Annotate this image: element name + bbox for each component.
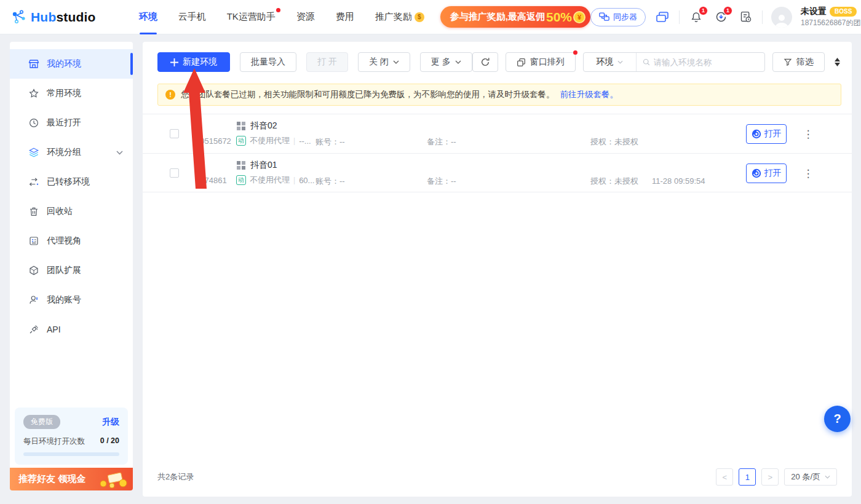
- environment-name[interactable]: 抖音02: [250, 120, 277, 132]
- sidebar-item-environment-groups[interactable]: 环境分组: [10, 138, 133, 167]
- page-number-button[interactable]: 1: [739, 468, 756, 486]
- active-indicator: [130, 53, 133, 75]
- prev-page-button[interactable]: <: [716, 468, 733, 486]
- open-environment-button[interactable]: 打开: [746, 163, 787, 183]
- chevron-down-icon: [116, 151, 123, 155]
- close-dropdown-button[interactable]: 关 闭: [358, 52, 410, 72]
- updates-button[interactable]: 1: [713, 9, 729, 25]
- sidebar-item-recently-opened[interactable]: 最近打开: [10, 108, 133, 138]
- history-log-button[interactable]: [737, 9, 753, 25]
- quota-label: 每日环境打开次数: [23, 436, 85, 447]
- auth-cell: 授权：未授权: [590, 136, 652, 148]
- coin-icon: ¥: [573, 11, 585, 23]
- more-dropdown-button[interactable]: 更 多: [420, 52, 472, 72]
- main-content: 新建环境 批量导入 打 开 关 闭 更 多: [143, 42, 852, 497]
- upgrade-link[interactable]: 升级: [102, 417, 119, 428]
- sidebar-item-my-account[interactable]: 我的账号: [10, 285, 133, 315]
- sidebar-item-api[interactable]: API: [10, 315, 133, 344]
- table-row: 9174861 抖音01 动 不使用代理 | 60... 账号：-- 备注：--…: [143, 153, 852, 192]
- trash-icon: [28, 206, 39, 217]
- sidebar-item-transferred-environments[interactable]: 已转移环境: [10, 167, 133, 197]
- user-name: 未设置: [801, 6, 827, 17]
- environment-list: 00515672 抖音02 动 不使用代理 | --... 账号：-- 备注：-…: [143, 114, 852, 192]
- promo-banner[interactable]: 参与推广奖励,最高返佣 50% ¥: [440, 6, 590, 28]
- next-page-button[interactable]: >: [761, 468, 779, 486]
- search-icon: [643, 58, 650, 66]
- divider: [762, 10, 763, 24]
- main-nav: 环境 云手机 TK运营助手 资源 费用 推广奖励$: [139, 0, 424, 34]
- user-info[interactable]: 未设置 BOSS 18715626867的团队: [801, 6, 861, 28]
- chevron-down-icon: [393, 60, 399, 64]
- sidebar-item-proxy-view[interactable]: 代理视角: [10, 226, 133, 256]
- new-environment-button[interactable]: 新建环境: [157, 52, 230, 72]
- layers-icon: [28, 147, 39, 158]
- nav-tab-referral-rewards[interactable]: 推广奖励$: [375, 0, 424, 34]
- browser-icon: [752, 129, 761, 139]
- header-actions: 同步器 1: [590, 6, 861, 28]
- nav-tab-cloud-phone[interactable]: 云手机: [178, 0, 206, 34]
- window-arrange-button[interactable]: 窗口排列: [506, 52, 576, 72]
- help-button[interactable]: ?: [824, 406, 851, 432]
- sidebar-item-my-environments[interactable]: 我的环境: [10, 49, 133, 79]
- search-input[interactable]: [654, 58, 758, 67]
- row-checkbox[interactable]: [170, 168, 179, 178]
- bell-badge: 1: [699, 6, 708, 15]
- active-tab-underline: [140, 33, 157, 34]
- expired-plan-notice: ! 您的团队套餐已过期，相关功能限制和可用额度已降为免费版，为不影响您的使用，请…: [157, 84, 841, 106]
- row-more-menu[interactable]: ⋮: [800, 123, 817, 145]
- sidebar-item-recycle-bin[interactable]: 回收站: [10, 197, 133, 226]
- refresh-button[interactable]: [472, 52, 498, 72]
- plan-card: 免费版 升级 每日环境打开次数 0 / 20: [15, 408, 128, 465]
- plus-icon: [170, 58, 178, 66]
- notification-dot: [573, 50, 577, 55]
- funnel-icon: [784, 58, 792, 66]
- environment-id: 00515672: [196, 136, 231, 146]
- open-time: 11-28 09:59:54: [652, 176, 705, 186]
- platform-grid-icon: [236, 160, 246, 170]
- open-environment-button[interactable]: 打开: [746, 124, 787, 144]
- update-badge: 1: [723, 6, 732, 15]
- document-clock-icon: [739, 10, 752, 23]
- warning-icon: !: [165, 90, 175, 100]
- upgrade-plan-link[interactable]: 前往升级套餐。: [560, 89, 619, 100]
- row-more-menu[interactable]: ⋮: [800, 162, 817, 184]
- app-logo[interactable]: Hubstudio: [11, 9, 96, 25]
- sort-down-icon: [835, 63, 840, 66]
- refresh-icon: [480, 57, 490, 67]
- account-icon: [28, 294, 39, 305]
- column-sort-button[interactable]: [832, 55, 843, 69]
- filter-button[interactable]: 筛选: [772, 52, 825, 72]
- search-type-select[interactable]: 环境: [584, 53, 637, 71]
- notifications-button[interactable]: 1: [688, 9, 704, 25]
- page-size-select[interactable]: 20 条/页: [784, 468, 837, 486]
- sidebar-item-team-expansion[interactable]: 团队扩展: [10, 256, 133, 285]
- nav-tab-billing[interactable]: 费用: [336, 0, 354, 34]
- sidebar-item-frequent-environments[interactable]: 常用环境: [10, 79, 133, 108]
- app-title: Hubstudio: [31, 10, 96, 25]
- divider: |: [293, 136, 295, 145]
- nav-tab-environment[interactable]: 环境: [139, 0, 157, 34]
- person-icon: [774, 13, 790, 28]
- coin-icon: $: [415, 12, 424, 22]
- note-cell: 备注：--: [427, 176, 456, 187]
- chevron-down-icon: [617, 60, 623, 64]
- chevron-down-icon: [455, 60, 461, 64]
- open-button: 打 开: [306, 52, 348, 72]
- row-checkbox[interactable]: [170, 129, 179, 138]
- chevron-down-icon: [825, 475, 830, 479]
- star-icon: [28, 88, 39, 99]
- proxy-list-icon: [28, 235, 39, 246]
- note-cell: 备注：--: [427, 136, 456, 148]
- notification-dot: [276, 8, 280, 12]
- list-footer: 共2条记录 < 1 > 20 条/页: [157, 468, 837, 486]
- referral-banner[interactable]: 推荐好友 领现金: [10, 468, 133, 490]
- nav-tab-resources[interactable]: 资源: [296, 0, 315, 34]
- nav-tab-tk-assistant[interactable]: TK运营助手: [227, 0, 276, 34]
- batch-import-button[interactable]: 批量导入: [240, 52, 296, 72]
- dynamic-proxy-tag: 动: [236, 136, 246, 146]
- environment-name[interactable]: 抖音01: [250, 160, 277, 171]
- avatar[interactable]: [771, 7, 792, 28]
- clock-icon: [28, 117, 39, 128]
- multi-window-button[interactable]: [654, 9, 670, 25]
- synchronizer-button[interactable]: 同步器: [590, 8, 646, 26]
